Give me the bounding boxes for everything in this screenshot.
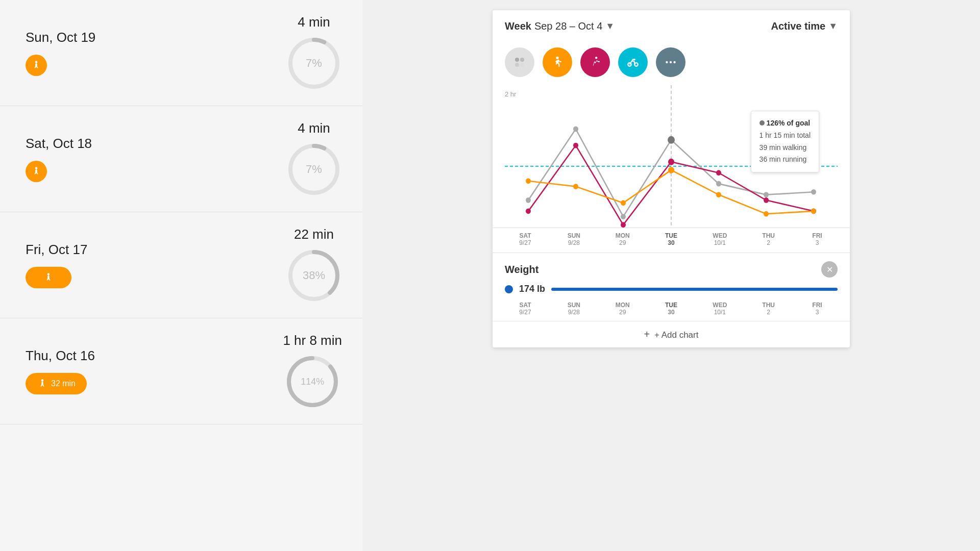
day-duration-4: 1 hr 8 min — [283, 333, 342, 348]
x-day-3: TUE 30 — [651, 232, 692, 246]
svg-point-36 — [668, 159, 674, 165]
x-day-1: SUN 9/28 — [553, 232, 594, 246]
svg-point-40 — [526, 178, 531, 184]
w-x-day-5: THU 2 — [748, 302, 789, 316]
svg-point-44 — [716, 192, 721, 197]
day-entry-sat-oct18: Sat, Oct 18 4 min 7% — [0, 106, 362, 212]
svg-point-34 — [573, 143, 578, 148]
svg-point-27 — [573, 126, 578, 132]
activity-badge-2 — [26, 161, 47, 182]
right-panel: Week Sep 28 – Oct 4 ▼ Active time ▼ — [362, 0, 980, 551]
weight-x-axis: SAT 9/27 SUN 9/28 MON 29 TUE 30 WED 10/1… — [493, 298, 850, 321]
w-x-day-2: MON 29 — [602, 302, 643, 316]
svg-point-38 — [764, 197, 769, 203]
weight-section: Weight ✕ 174 lb — [493, 253, 850, 294]
svg-point-42 — [621, 200, 626, 206]
svg-point-43 — [668, 167, 674, 173]
weight-dot — [505, 285, 513, 293]
activity-badge-1 — [26, 55, 47, 76]
icon-running[interactable] — [580, 47, 610, 77]
svg-point-23 — [673, 61, 675, 63]
day-duration-1: 4 min — [298, 14, 330, 30]
w-x-day-0: SAT 9/27 — [505, 302, 546, 316]
svg-point-26 — [526, 197, 531, 203]
day-title-3: Fri, Oct 17 — [26, 242, 87, 258]
week-dropdown-arrow[interactable]: ▼ — [605, 21, 615, 32]
x-day-5: THU 2 — [748, 232, 789, 246]
x-day-6: FRI 3 — [797, 232, 838, 246]
svg-point-20 — [634, 59, 635, 60]
svg-point-12 — [515, 58, 519, 62]
icon-cycling[interactable] — [618, 47, 648, 77]
metric-selector[interactable]: Active time ▼ — [771, 20, 838, 32]
activity-badge-4: 32 min — [26, 373, 87, 394]
ring-2: 7% — [286, 141, 342, 197]
svg-point-3 — [35, 167, 38, 169]
chart-tooltip: 126% of goal 1 hr 15 min total 39 min wa… — [751, 111, 819, 172]
day-entry-thu-oct16: Thu, Oct 16 32 min 1 hr 8 min 114% — [0, 318, 362, 424]
tooltip-running: 36 min running — [760, 154, 811, 166]
svg-point-31 — [764, 192, 769, 197]
add-chart-label: + Add chart — [654, 330, 698, 340]
day-entry-sun-oct19: Sun, Oct 19 4 min 7% — [0, 0, 362, 106]
w-x-day-4: WED 10/1 — [699, 302, 740, 316]
svg-point-14 — [515, 63, 519, 67]
week-label: Week — [505, 20, 531, 32]
w-x-day-1: SUN 9/28 — [553, 302, 594, 316]
ring-3: 38% — [286, 247, 342, 304]
day-title-2: Sat, Oct 18 — [26, 136, 92, 152]
w-x-day-6: FRI 3 — [797, 302, 838, 316]
svg-point-28 — [621, 214, 626, 219]
ring-1: 7% — [286, 35, 342, 91]
x-day-2: MON 29 — [602, 232, 643, 246]
day-duration-2: 4 min — [298, 120, 330, 136]
svg-point-21 — [666, 61, 668, 63]
svg-point-46 — [811, 208, 816, 214]
weight-value: 174 lb — [519, 284, 545, 294]
day-title-1: Sun, Oct 19 — [26, 30, 95, 45]
chart-card: Week Sep 28 – Oct 4 ▼ Active time ▼ — [493, 10, 850, 347]
svg-point-17 — [595, 57, 597, 59]
activity-icons-row — [493, 42, 850, 85]
svg-point-22 — [670, 61, 672, 63]
icon-walking[interactable] — [543, 47, 572, 77]
badge-sub-label: 32 min — [51, 379, 76, 388]
day-entry-fri-oct17: Fri, Oct 17 22 min 38% — [0, 212, 362, 318]
activity-badge-3 — [26, 267, 71, 288]
svg-point-16 — [556, 57, 558, 59]
svg-point-41 — [573, 184, 578, 189]
metric-dropdown-arrow[interactable]: ▼ — [828, 21, 838, 32]
weight-close-button[interactable]: ✕ — [821, 261, 838, 278]
add-chart-icon: + — [644, 329, 650, 340]
metric-label: Active time — [771, 20, 825, 32]
ring-label-1: 7% — [306, 57, 322, 70]
active-time-chart: 2 hr — [493, 85, 850, 228]
tooltip-walking: 39 min walking — [760, 142, 811, 154]
icon-all-activities[interactable] — [505, 47, 534, 77]
svg-point-33 — [526, 208, 531, 214]
svg-point-0 — [35, 61, 38, 63]
svg-point-35 — [621, 222, 626, 228]
x-day-0: SAT 9/27 — [505, 232, 546, 246]
week-range: Sep 28 – Oct 4 — [534, 20, 602, 32]
weight-title: Weight — [505, 264, 538, 276]
card-header: Week Sep 28 – Oct 4 ▼ Active time ▼ — [493, 10, 850, 42]
svg-point-30 — [716, 181, 721, 187]
y-axis-label: 2 hr — [505, 90, 516, 98]
tooltip-percent: 126% of goal — [767, 119, 811, 127]
day-duration-3: 22 min — [294, 227, 334, 242]
svg-point-32 — [811, 189, 816, 195]
icon-more[interactable] — [656, 47, 685, 77]
ring-label-3: 38% — [303, 269, 325, 282]
week-selector[interactable]: Week Sep 28 – Oct 4 ▼ — [505, 20, 615, 32]
add-chart-button[interactable]: + + Add chart — [493, 321, 850, 347]
ring-label-4: 114% — [301, 377, 324, 387]
svg-point-45 — [764, 211, 769, 217]
svg-point-37 — [716, 170, 721, 176]
svg-point-15 — [520, 63, 524, 67]
svg-point-6 — [47, 273, 50, 276]
ring-4: 114% — [284, 354, 340, 410]
x-day-4: WED 10/1 — [699, 232, 740, 246]
day-title-4: Thu, Oct 16 — [26, 348, 95, 364]
svg-point-9 — [41, 379, 44, 382]
